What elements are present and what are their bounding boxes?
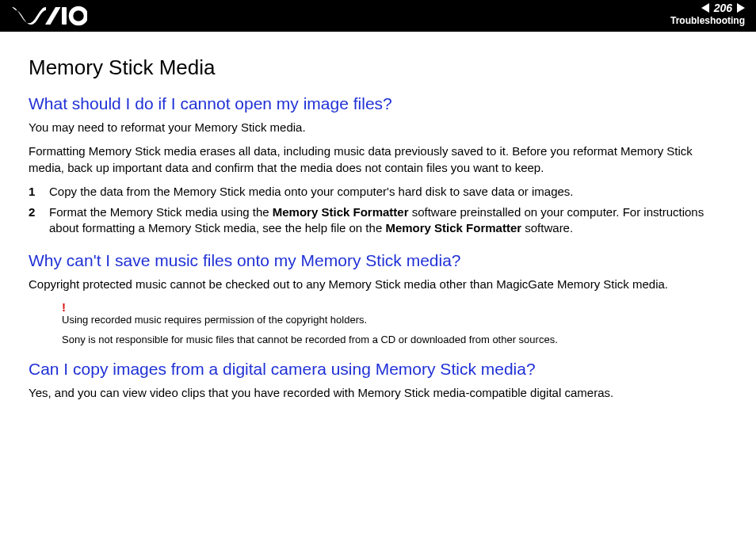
page-number: 206 [714, 2, 732, 14]
svg-point-1 [71, 9, 86, 24]
prev-page-icon[interactable] [701, 3, 709, 13]
q2-note1: Using recorded music requires permission… [62, 314, 727, 326]
q3-p1: Yes, and you can view video clips that y… [29, 385, 727, 401]
bold-text: Memory Stick Formatter [385, 221, 521, 235]
step-number: 2 [29, 204, 49, 237]
bold-text: Memory Stick Formatter [273, 205, 409, 219]
q2-warning: ! Using recorded music requires permissi… [62, 300, 727, 345]
page-content: Memory Stick Media What should I do if I… [0, 32, 756, 401]
svg-rect-0 [62, 7, 67, 25]
page-nav: 206 [670, 2, 745, 14]
q1-step1: 1 Copy the data from the Memory Stick me… [29, 184, 727, 200]
step-number: 1 [29, 184, 49, 200]
page-title: Memory Stick Media [29, 55, 727, 80]
header-right: 206 Troubleshooting [670, 2, 745, 26]
q1-p1: You may need to reformat your Memory Sti… [29, 120, 727, 135]
q3-heading: Can I copy images from a digital camera … [29, 360, 727, 379]
q1-p2: Formatting Memory Stick media erases all… [29, 143, 727, 176]
q1-heading: What should I do if I cannot open my ima… [29, 94, 727, 113]
step-text: Copy the data from the Memory Stick medi… [49, 184, 727, 200]
q1-step2: 2 Format the Memory Stick media using th… [29, 204, 727, 237]
q1-steps: 1 Copy the data from the Memory Stick me… [29, 184, 727, 237]
warning-icon: ! [62, 300, 727, 314]
step-text: Format the Memory Stick media using the … [49, 204, 727, 237]
page-header: 206 Troubleshooting [0, 0, 756, 32]
vaio-logo-icon [11, 5, 87, 27]
q2-p1: Copyright protected music cannot be chec… [29, 277, 727, 292]
text: Format the Memory Stick media using the [49, 205, 273, 219]
vaio-logo [11, 5, 87, 30]
text: software. [521, 221, 573, 235]
q2-note2: Sony is not responsible for music files … [62, 334, 727, 345]
next-page-icon[interactable] [737, 3, 745, 13]
q2-heading: Why can't I save music files onto my Mem… [29, 251, 727, 270]
section-label: Troubleshooting [670, 15, 745, 26]
